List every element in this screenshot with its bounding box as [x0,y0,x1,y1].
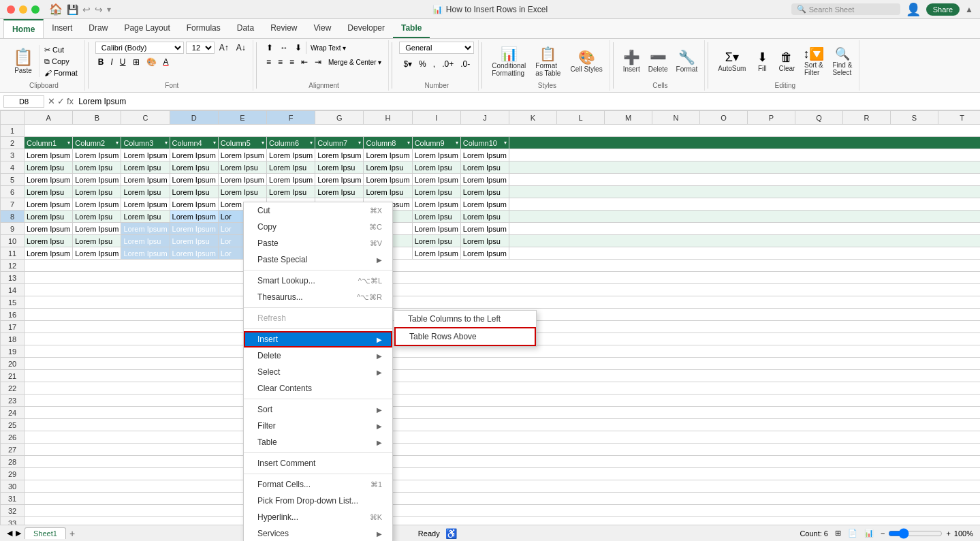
cell-2-c[interactable]: Column3▾ [121,137,170,149]
next-sheet-icon[interactable]: ▶ [16,529,21,538]
tab-review[interactable]: Review [262,19,305,38]
cell-d[interactable]: Lorem Ipsum [121,149,170,161]
ctx-clear-contents[interactable]: Clear Contents [244,380,392,397]
cell-d[interactable]: Lorem Ipsu [170,186,218,198]
cell-d[interactable]: Lorem Ipsu [73,161,121,174]
conditional-formatting-button[interactable]: 📊 ConditionalFormatting [489,44,528,78]
ctx-insert[interactable]: Insert ▶ [244,331,392,347]
tab-formulas[interactable]: Formulas [178,19,229,38]
cell-d[interactable]: Lorem Ipsu [364,186,412,198]
cell-d[interactable]: Lorem Ipsum [25,198,73,211]
col-header-j[interactable]: J [460,111,509,125]
cell-d[interactable]: Lorem Ipsu [412,211,460,223]
cell-d[interactable]: Lorem Ipsum [218,149,266,161]
cell-2-a[interactable]: Column1▾ [25,137,73,149]
col-header-t[interactable]: T [938,111,980,125]
align-center-button[interactable]: ≡ [275,56,285,68]
cell-d[interactable]: Lorem Ipsum [412,223,460,235]
cell-empty[interactable] [509,211,980,223]
cell-d[interactable]: Lorem Ipsum [73,198,121,211]
increase-font-button[interactable]: A↑ [217,42,232,54]
ctx-cut[interactable]: Cut ⌘X [244,202,392,219]
cell-d[interactable]: Lorem Ipsum [73,223,121,235]
align-top-button[interactable]: ⬆ [264,42,276,54]
cell-empty[interactable] [509,247,980,260]
ctx-delete[interactable]: Delete ▶ [244,347,392,364]
redo-icon[interactable]: ↪ [95,4,103,15]
cell-d[interactable]: Lorem Ipsum [73,149,121,161]
cell-empty[interactable] [509,198,980,211]
cell-d[interactable]: Lorem Ipsu [73,235,121,247]
cell-d[interactable]: Lorem Ipsum [412,174,460,186]
cell-d[interactable]: Lorem Ipsu [121,211,170,223]
cell-d[interactable]: Lorem Ipsu [25,235,73,247]
cell-d[interactable]: Lorem Ipsum [25,149,73,161]
cell-d[interactable]: Lorem Ipsum [460,174,509,186]
cancel-formula-icon[interactable]: ✕ [48,96,55,106]
col-header-s[interactable]: S [891,111,938,125]
col-header-l[interactable]: L [557,111,605,125]
cell-d[interactable]: Lorem Ipsu [25,186,73,198]
cell-d[interactable]: Lorem Ipsu [412,235,460,247]
ctx-insert-comment[interactable]: Insert Comment [244,455,392,472]
home-icon[interactable]: 🏠 [49,3,63,16]
add-sheet-button[interactable]: + [69,528,75,539]
normal-view-icon[interactable]: ⊞ [835,529,841,538]
col-header-b[interactable]: B [73,111,121,125]
col-header-g[interactable]: G [315,111,364,125]
cell-d[interactable]: Lorem Ipsu [412,186,460,198]
tab-page-layout[interactable]: Page Layout [116,19,178,38]
formula-input[interactable]: Lorem Ipsum [77,95,977,108]
cell-d[interactable]: Lorem Ipsum [25,247,73,260]
cell-d[interactable]: Lorem Ipsum [121,247,170,260]
col-header-r[interactable]: R [843,111,891,125]
ctx-services[interactable]: Services ▶ [244,525,392,541]
col-header-c[interactable]: C [121,111,170,125]
cell-d[interactable]: Lorem Ipsum [412,247,460,260]
cell-d[interactable]: Lorem Ipsum [170,198,218,211]
format-painter-button[interactable]: 🖌 Format [42,67,80,78]
clear-button[interactable]: 🗑 Clear [776,49,797,74]
cell-2-e[interactable]: Column5▾ [218,137,266,149]
cell-2-rest[interactable] [509,137,980,149]
cell-styles-button[interactable]: 🎨 Cell Styles [567,48,605,74]
font-color-button[interactable]: A [161,56,172,68]
cell-d[interactable]: Lorem Ipsu [73,186,121,198]
cell-d[interactable]: Lorem Ipsum [25,223,73,235]
ctx-paste[interactable]: Paste ⌘V [244,235,392,251]
cell-d[interactable]: Lorem Ipsum [121,198,170,211]
zoom-in-icon[interactable]: + [946,529,950,538]
cell-d[interactable]: Lorem Ipsu [267,161,315,174]
ctx-filter[interactable]: Filter ▶ [244,418,392,434]
cell-d[interactable]: Lorem Ipsum [460,149,509,161]
cell-d[interactable]: Lorem Ipsu [460,161,509,174]
col-header-a[interactable]: A [25,111,73,125]
cell-d[interactable]: Lorem Ipsu [267,186,315,198]
col-header-m[interactable]: M [605,111,652,125]
tab-home[interactable]: Home [3,19,44,38]
fill-color-button[interactable]: 🎨 [144,56,159,68]
ribbon-collapse-icon[interactable]: ▲ [965,5,973,14]
cell-d[interactable]: Lorem Ipsu [121,186,170,198]
col-header-k[interactable]: K [509,111,557,125]
cell-2-h[interactable]: Column8▾ [364,137,412,149]
cell-2-i[interactable]: Column9▾ [412,137,460,149]
number-format-select[interactable]: General [399,42,474,54]
profile-icon[interactable]: 👤 [906,2,921,17]
decrease-decimal-button[interactable]: .0- [458,58,473,70]
italic-button[interactable]: I [108,56,116,68]
find-select-button[interactable]: 🔍 Find &Select [829,45,855,78]
cell-d[interactable]: Lorem Ipsum [315,149,364,161]
submenu-table-rows-above[interactable]: Table Rows Above [394,327,536,346]
tab-insert[interactable]: Insert [44,19,80,38]
fill-button[interactable]: ⬇ Fill [751,48,773,74]
tab-draw[interactable]: Draw [80,19,116,38]
cell-d[interactable]: Lorem Ipsu [25,161,73,174]
cell-d[interactable]: Lorem Ipsu [364,161,412,174]
col-header-h[interactable]: H [364,111,412,125]
cell-d[interactable]: Lorem Ipsu [121,235,170,247]
minimize-button[interactable] [19,5,27,14]
cell-empty[interactable] [509,235,980,247]
submenu-table-columns-left[interactable]: Table Columns to the Left [394,311,536,327]
cell-d[interactable]: Lorem Ipsum [460,198,509,211]
